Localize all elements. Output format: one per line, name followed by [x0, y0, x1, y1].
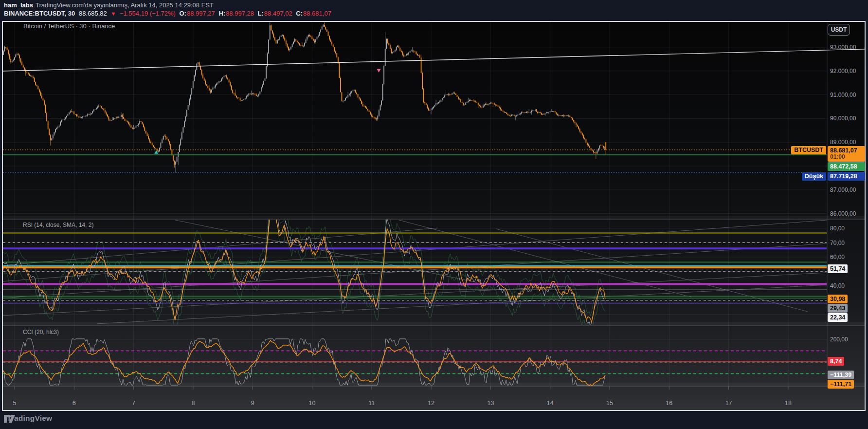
rsi-value-label: 22,34	[828, 313, 848, 322]
time-axis-label: 12	[425, 400, 437, 407]
rsi-indicator-title[interactable]: RSI (14, close, SMA, 14, 2)	[23, 222, 93, 228]
time-axis-label: 13	[484, 400, 497, 407]
time-axis-label: 6	[68, 400, 80, 407]
symbol-flag-label[interactable]: BTCUSDT	[791, 146, 826, 154]
rsi-value-label: 51,74	[828, 264, 848, 273]
cci-indicator-title[interactable]: CCI (20, hlc3)	[23, 329, 59, 336]
cci-value-label: −111,39	[828, 371, 854, 379]
time-axis-label: 10	[306, 400, 319, 407]
rsi-tick-label: 40,00	[830, 282, 845, 289]
time-axis-label: 14	[544, 400, 557, 407]
time-axis-label: 18	[782, 400, 795, 407]
low-tag-label: Düşük	[802, 172, 826, 181]
currency-toggle-button[interactable]: USDT	[828, 24, 850, 36]
tradingview-logo[interactable]: TradingView	[3, 414, 52, 423]
rsi-tick-label: 80,00	[830, 225, 845, 232]
rsi-value-label: 30,98	[828, 295, 848, 303]
time-axis-label: 16	[663, 400, 675, 407]
price-tick-label: 93.000,00	[830, 44, 856, 51]
candlestick-chart-canvas[interactable]	[0, 0, 868, 429]
time-axis-label: 11	[365, 400, 378, 407]
session-low-label[interactable]: 87.719,28	[828, 172, 865, 181]
prev-close-label[interactable]: 88.472,58	[828, 162, 865, 171]
price-tick-label: 91.000,00	[830, 92, 856, 98]
price-tick-label: 90.000,00	[830, 115, 856, 122]
rsi-tick-label: 70,00	[830, 240, 845, 246]
cci-value-label: 8,74	[828, 357, 844, 366]
time-axis-label: 15	[603, 400, 616, 407]
price-tick-label: 92.000,00	[830, 68, 856, 75]
price-tick-label: 89.000,00	[830, 139, 856, 146]
cci-value-label: −111,71	[828, 380, 854, 389]
price-tick-label: 87.000,00	[830, 187, 856, 193]
chart-legend-title[interactable]: Bitcoin / TetherUS · 30 · Binance	[23, 22, 115, 30]
cci-tick-label: 200,00	[830, 336, 848, 343]
tradingview-logo-icon	[3, 414, 16, 423]
rsi-value-label: 29,43	[828, 304, 848, 313]
last-price-label[interactable]: 88.681,0701:00	[828, 146, 865, 162]
time-axis-label: 5	[8, 400, 21, 407]
rsi-tick-label: 60,00	[830, 254, 845, 261]
time-axis-label: 9	[246, 400, 259, 407]
time-axis-label: 7	[127, 400, 140, 407]
time-axis-label: 8	[187, 400, 199, 407]
price-tick-label: 86.000,00	[830, 210, 856, 217]
time-axis-label: 17	[723, 400, 735, 407]
tradingview-snapshot: ham_labsTradingView.com'da yayınlanmış, …	[0, 0, 868, 429]
